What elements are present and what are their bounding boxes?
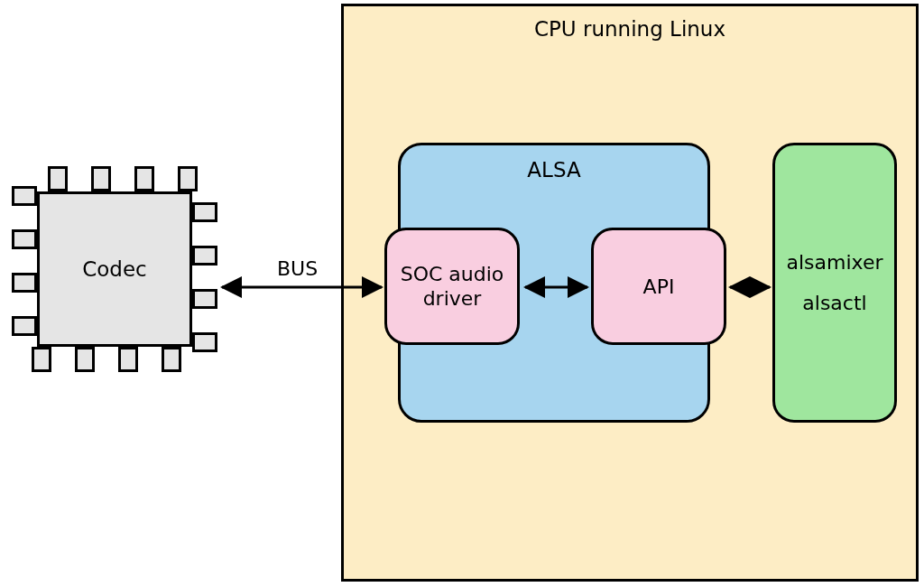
codec-chip-body: Codec [37, 191, 192, 347]
chip-pin [192, 289, 217, 309]
tools-box: alsamixer alsactl [772, 143, 897, 423]
diagram-stage: CPU running Linux ALSA SOC audiodriver A… [0, 0, 924, 587]
chip-pin [48, 166, 68, 191]
chip-pin [178, 166, 198, 191]
codec-label: Codec [82, 257, 147, 281]
chip-pin [12, 229, 37, 249]
chip-pin [192, 332, 217, 352]
bus-label: BUS [277, 257, 318, 280]
chip-pin [134, 166, 154, 191]
alsa-title: ALSA [401, 158, 707, 182]
chip-pin [192, 246, 217, 266]
chip-pin [192, 202, 217, 222]
chip-pin [12, 186, 37, 206]
chip-pin [91, 166, 111, 191]
api-label: API [643, 275, 675, 298]
cpu-title: CPU running Linux [344, 17, 916, 41]
chip-pin [75, 347, 95, 372]
api-box: API [591, 228, 726, 345]
chip-pin [162, 347, 181, 372]
alsactl-label: alsactl [802, 292, 866, 314]
chip-pin [32, 347, 51, 372]
chip-pin [12, 316, 37, 336]
chip-pin [118, 347, 138, 372]
soc-audio-driver-label: SOC audiodriver [401, 262, 504, 312]
alsamixer-label: alsamixer [786, 251, 882, 274]
chip-pin [12, 273, 37, 293]
soc-audio-driver-box: SOC audiodriver [384, 228, 520, 345]
codec-chip: Codec [12, 166, 217, 372]
